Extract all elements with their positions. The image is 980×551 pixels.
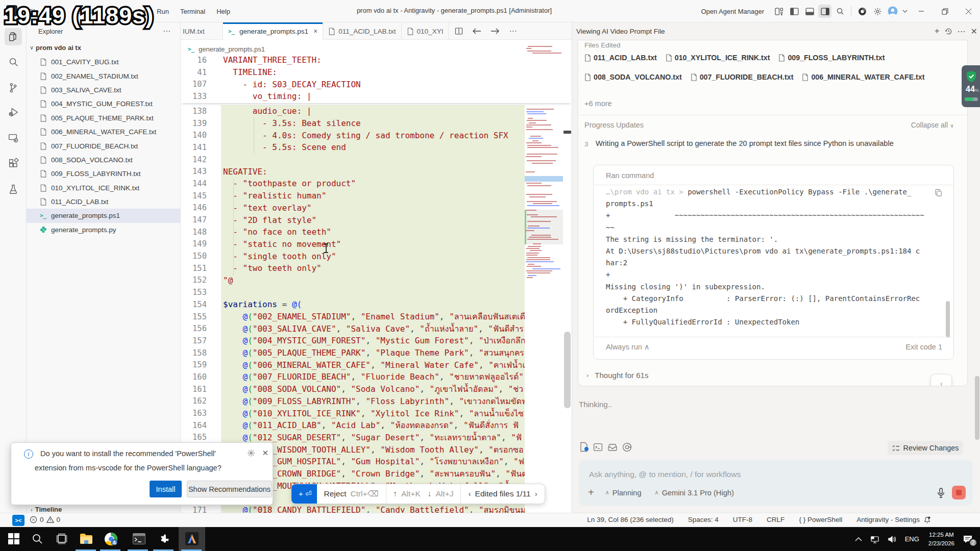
chrome-icon[interactable] xyxy=(104,532,118,546)
tab-IUM.txt[interactable]: IUM.txt xyxy=(181,22,223,40)
problems-indicator[interactable]: 0 0 xyxy=(30,516,60,523)
open-agent-manager-button[interactable]: Open Agent Manager xyxy=(701,8,764,15)
thought-toggle[interactable]: ›Thought for 61s xyxy=(586,371,648,380)
go-forward-icon[interactable] xyxy=(491,28,500,35)
edited-file-chip[interactable]: 009_FLOSS_LABYRINTH.txt xyxy=(778,54,885,62)
menu-terminal[interactable]: Terminal xyxy=(175,8,211,15)
toggle-panel-icon[interactable] xyxy=(803,5,816,18)
install-button[interactable]: Install xyxy=(150,481,182,497)
panel-scrollbar[interactable] xyxy=(975,376,979,440)
file-item-005_PLAQUE_THEME_PARK.txt[interactable]: 005_PLAQUE_THEME_PARK.txt xyxy=(27,111,181,125)
menu-view[interactable]: View xyxy=(106,8,131,15)
add-context-button[interactable]: + xyxy=(588,487,594,498)
file-item-generate_prompts.ps1[interactable]: >_generate_prompts.ps1 xyxy=(27,209,181,222)
inbox-context-icon[interactable] xyxy=(607,442,618,452)
terminal-app-icon[interactable] xyxy=(132,532,146,546)
tab-011_ACID_LAB.txt[interactable]: 011_ACID_LAB.txt xyxy=(323,22,401,40)
file-item-004_MYSTIC_GUM_FOREST.txt[interactable]: 004_MYSTIC_GUM_FOREST.txt xyxy=(27,97,181,111)
explorer-icon[interactable] xyxy=(5,28,22,45)
run-debug-icon[interactable] xyxy=(5,104,22,121)
sticky-line-133[interactable]: 133 vo_timing: | xyxy=(181,90,572,103)
panel-close-icon[interactable]: ✕ xyxy=(971,27,977,36)
menu-selection[interactable]: Selection xyxy=(67,8,105,15)
antigravity-taskbar-icon[interactable] xyxy=(185,532,199,546)
account-avatar[interactable] xyxy=(886,5,899,18)
sticky-line-41[interactable]: 41 TIMELINE: xyxy=(181,66,572,79)
go-back-icon[interactable] xyxy=(472,28,481,35)
file-item-006_MINERAL_WATER_CAFE.txt[interactable]: 006_MINERAL_WATER_CAFE.txt xyxy=(27,125,181,139)
language-indicator[interactable]: ENG xyxy=(905,535,919,543)
edited-file-chip[interactable]: 006_MINERAL_WATER_CAFE.txt xyxy=(802,73,924,81)
edited-file-chip[interactable]: 008_SODA_VOLCANO.txt xyxy=(584,73,682,81)
toggle-sidebar-icon[interactable] xyxy=(788,5,801,18)
explorer-root-folder[interactable]: ∨prom vdo ai tx xyxy=(27,41,181,54)
editor-scrollbar[interactable] xyxy=(564,332,571,408)
browser-icon[interactable] xyxy=(855,5,869,18)
restore-button[interactable] xyxy=(933,0,957,22)
tray-expand-icon[interactable] xyxy=(855,537,862,541)
prev-change-button[interactable]: ↑Alt+K↓Alt+J xyxy=(386,484,461,504)
network-icon[interactable] xyxy=(870,535,879,543)
close-button[interactable] xyxy=(957,0,980,22)
copy-command-icon[interactable] xyxy=(935,189,942,196)
file-context-icon[interactable] xyxy=(579,442,589,452)
volume-icon[interactable] xyxy=(888,535,897,543)
timeline-section[interactable]: ›Timeline xyxy=(27,504,181,513)
editor-more-icon[interactable]: ⋯ xyxy=(509,27,517,36)
menu-help[interactable]: Help xyxy=(211,8,236,15)
always-run-button[interactable]: Always run ∧ xyxy=(606,343,650,351)
show-recommendations-button[interactable]: Show Recommendations xyxy=(187,481,272,497)
toggle-secondary-sidebar-icon[interactable] xyxy=(818,5,831,18)
settings-gear-icon[interactable] xyxy=(871,5,884,18)
remote-indicator[interactable]: >< xyxy=(12,515,24,526)
notifications-bell-icon[interactable] xyxy=(923,516,931,523)
file-item-003_SALIVA_CAVE.txt[interactable]: 003_SALIVA_CAVE.txt xyxy=(27,83,181,97)
scroll-to-bottom-button[interactable]: ↓ xyxy=(930,374,952,386)
settings-app-icon[interactable] xyxy=(157,532,172,546)
edited-files-pager[interactable]: ‹Edited files 1/11› xyxy=(461,484,545,504)
menu-edit[interactable]: Edit xyxy=(44,8,67,15)
file-item-001_CAVITY_BUG.txt[interactable]: 001_CAVITY_BUG.txt xyxy=(27,55,181,69)
file-item-009_FLOSS_LABYRINTH.txt[interactable]: 009_FLOSS_LABYRINTH.txt xyxy=(27,167,181,181)
eol[interactable]: CRLF xyxy=(767,516,785,523)
stop-button[interactable] xyxy=(952,486,966,499)
terminal-context-icon[interactable] xyxy=(593,442,603,452)
taskbar-search-icon[interactable] xyxy=(30,532,44,546)
collapse-all-button[interactable]: Collapse all ∨ xyxy=(911,121,954,129)
file-explorer-icon[interactable] xyxy=(79,532,93,546)
mic-icon[interactable] xyxy=(937,488,945,498)
testing-flask-icon[interactable] xyxy=(5,181,22,198)
language-mode[interactable]: { } PowerShell xyxy=(799,516,842,523)
source-control-icon[interactable] xyxy=(5,79,22,96)
minimize-button[interactable] xyxy=(910,0,933,22)
encoding[interactable]: UTF-8 xyxy=(733,516,752,523)
search-sidebar-icon[interactable] xyxy=(5,54,22,71)
indentation[interactable]: Spaces: 4 xyxy=(688,516,719,523)
notification-close-icon[interactable]: ✕ xyxy=(262,448,268,458)
layout-grid-icon[interactable] xyxy=(772,5,786,18)
file-item-007_FLUORIDE_BEACH.txt[interactable]: 007_FLUORIDE_BEACH.txt xyxy=(27,139,181,153)
accept-button[interactable]: + ⏎ xyxy=(291,484,317,504)
panel-more-icon[interactable]: ⋯ xyxy=(958,27,966,36)
file-item-002_ENAMEL_STADIUM.txt[interactable]: 002_ENAMEL_STADIUM.txt xyxy=(27,69,181,83)
menu-file[interactable]: File xyxy=(22,8,44,15)
remote-explorer-icon[interactable] xyxy=(5,129,22,146)
reject-button[interactable]: RejectCtrl+⌫ xyxy=(317,484,386,504)
menu-run[interactable]: Run xyxy=(151,8,175,15)
menu-go[interactable]: Go xyxy=(131,8,151,15)
edited-file-chip[interactable]: 011_ACID_LAB.txt xyxy=(584,54,657,62)
terminal-scrollbar[interactable] xyxy=(946,301,950,338)
browser-context-icon[interactable] xyxy=(622,442,632,452)
close-tab-icon[interactable]: × xyxy=(313,27,317,35)
taskbar-clock[interactable]: 12:25 AM2/23/2026 xyxy=(928,531,954,547)
tab-010_XYI[interactable]: 010_XYI xyxy=(402,22,449,40)
sticky-line-107[interactable]: 107 - id: S03_DECAY_REACTION xyxy=(181,78,572,90)
model-selector[interactable]: ∧Gemini 3.1 Pro (High) xyxy=(655,489,734,497)
settings-sync[interactable]: Antigravity - Settings xyxy=(856,516,920,523)
history-icon[interactable] xyxy=(945,28,952,35)
tab-generate_prompts.ps1[interactable]: >_generate_prompts.ps1× xyxy=(223,22,323,40)
file-item-010_XYLITOL_ICE_RINK.txt[interactable]: 010_XYLITOL_ICE_RINK.txt xyxy=(27,181,181,195)
new-chat-icon[interactable]: + xyxy=(935,26,940,36)
explorer-more-icon[interactable]: ⋯ xyxy=(163,27,171,36)
search-icon[interactable] xyxy=(834,5,847,18)
